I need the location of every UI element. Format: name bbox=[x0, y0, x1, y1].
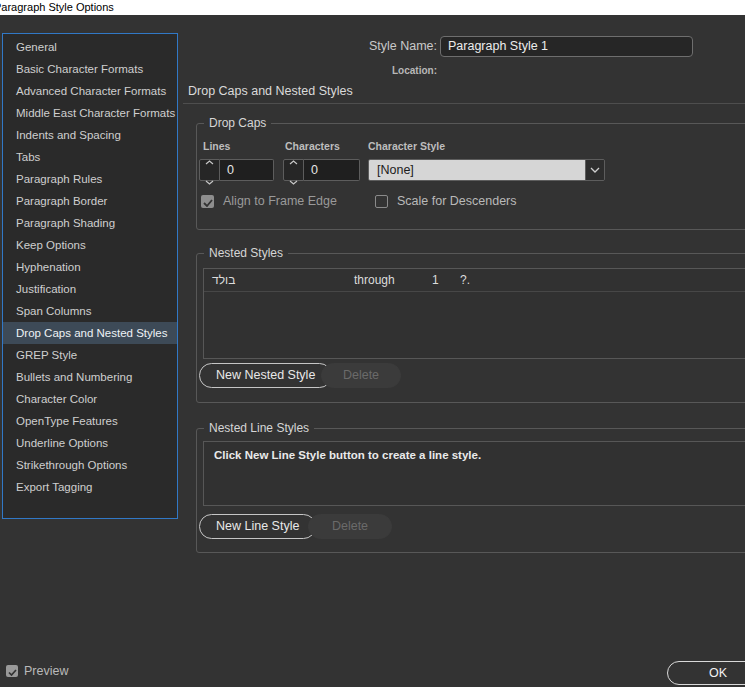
sidebar-item-drop-caps-and-nested-styles[interactable]: Drop Caps and Nested Styles bbox=[3, 322, 177, 344]
new-nested-style-button[interactable]: New Nested Style bbox=[199, 363, 332, 388]
chevron-down-icon[interactable] bbox=[289, 171, 298, 189]
header-separator bbox=[183, 103, 745, 104]
location-label: Location: bbox=[352, 65, 437, 76]
characters-input[interactable]: 0 bbox=[304, 159, 360, 181]
nested-style-element-cell[interactable]: ?. bbox=[460, 273, 470, 287]
nested-line-styles-group: Nested Line Styles Click New Line Style … bbox=[196, 428, 745, 553]
delete-nested-style-button[interactable]: Delete bbox=[321, 363, 401, 388]
characters-stepper[interactable] bbox=[283, 159, 304, 181]
character-style-dropdown[interactable]: [None] bbox=[368, 159, 605, 181]
character-style-value[interactable]: [None] bbox=[369, 160, 585, 180]
sidebar-item-indents-and-spacing[interactable]: Indents and Spacing bbox=[3, 124, 177, 146]
window-title: Paragraph Style Options bbox=[0, 1, 114, 13]
window-titlebar: Paragraph Style Options bbox=[0, 0, 745, 15]
preview-checkbox[interactable] bbox=[6, 665, 18, 677]
sidebar-item-span-columns[interactable]: Span Columns bbox=[3, 300, 177, 322]
ok-button[interactable]: OK bbox=[667, 661, 745, 685]
sidebar-item-advanced-character-formats[interactable]: Advanced Character Formats bbox=[3, 80, 177, 102]
sidebar-item-keep-options[interactable]: Keep Options bbox=[3, 234, 177, 256]
sidebar-item-basic-character-formats[interactable]: Basic Character Formats bbox=[3, 58, 177, 80]
scale-for-descenders-checkbox[interactable] bbox=[375, 195, 388, 208]
line-styles-empty-message: Click New Line Style button to create a … bbox=[214, 449, 481, 461]
nested-style-name-cell[interactable]: בולד bbox=[212, 273, 235, 287]
nested-style-row[interactable]: בולד through 1 ?. bbox=[204, 269, 745, 292]
sidebar-item-character-color[interactable]: Character Color bbox=[3, 388, 177, 410]
sidebar-item-paragraph-border[interactable]: Paragraph Border bbox=[3, 190, 177, 212]
drop-caps-group: Drop Caps Lines Characters Character Sty… bbox=[196, 123, 745, 230]
delete-line-style-button[interactable]: Delete bbox=[308, 514, 392, 539]
nested-styles-list[interactable]: בולד through 1 ?. bbox=[203, 268, 745, 359]
nested-line-styles-legend: Nested Line Styles bbox=[204, 421, 314, 435]
sidebar-item-general[interactable]: General bbox=[3, 36, 177, 58]
chevron-down-icon[interactable] bbox=[585, 160, 604, 180]
scale-for-descenders-label: Scale for Descenders bbox=[397, 194, 517, 208]
check-icon bbox=[8, 662, 17, 680]
style-name-label: Style Name: bbox=[352, 39, 437, 53]
nested-styles-group: Nested Styles בולד through 1 ?. New Nest… bbox=[196, 253, 745, 403]
category-sidebar: General Basic Character Formats Advanced… bbox=[2, 33, 178, 519]
nested-style-mode-cell[interactable]: through bbox=[354, 273, 395, 287]
sidebar-item-bullets-and-numbering[interactable]: Bullets and Numbering bbox=[3, 366, 177, 388]
new-line-style-button[interactable]: New Line Style bbox=[199, 514, 316, 539]
sidebar-item-strikethrough-options[interactable]: Strikethrough Options bbox=[3, 454, 177, 476]
sidebar-item-opentype-features[interactable]: OpenType Features bbox=[3, 410, 177, 432]
drop-caps-legend: Drop Caps bbox=[204, 116, 271, 130]
chevron-down-icon[interactable] bbox=[205, 171, 214, 189]
lines-input[interactable]: 0 bbox=[220, 159, 274, 181]
check-icon bbox=[203, 193, 213, 211]
nested-styles-legend: Nested Styles bbox=[204, 246, 288, 260]
panel-title: Drop Caps and Nested Styles bbox=[188, 84, 353, 98]
align-to-frame-edge-checkbox[interactable] bbox=[201, 195, 214, 208]
sidebar-item-paragraph-rules[interactable]: Paragraph Rules bbox=[3, 168, 177, 190]
character-style-label: Character Style bbox=[368, 140, 445, 152]
chevron-up-icon[interactable] bbox=[205, 151, 214, 169]
nested-line-styles-list[interactable]: Click New Line Style button to create a … bbox=[203, 441, 745, 506]
sidebar-item-justification[interactable]: Justification bbox=[3, 278, 177, 300]
sidebar-item-paragraph-shading[interactable]: Paragraph Shading bbox=[3, 212, 177, 234]
align-to-frame-edge-label: Align to Frame Edge bbox=[223, 194, 337, 208]
nested-style-count-cell[interactable]: 1 bbox=[432, 273, 439, 287]
sidebar-item-grep-style[interactable]: GREP Style bbox=[3, 344, 177, 366]
chevron-up-icon[interactable] bbox=[289, 151, 298, 169]
sidebar-item-middle-east-character-formats[interactable]: Middle East Character Formats bbox=[3, 102, 177, 124]
sidebar-item-export-tagging[interactable]: Export Tagging bbox=[3, 476, 177, 498]
preview-label: Preview bbox=[24, 664, 68, 678]
lines-stepper[interactable] bbox=[199, 159, 220, 181]
sidebar-item-underline-options[interactable]: Underline Options bbox=[3, 432, 177, 454]
sidebar-item-hyphenation[interactable]: Hyphenation bbox=[3, 256, 177, 278]
sidebar-item-tabs[interactable]: Tabs bbox=[3, 146, 177, 168]
style-name-input[interactable]: Paragraph Style 1 bbox=[440, 36, 693, 57]
